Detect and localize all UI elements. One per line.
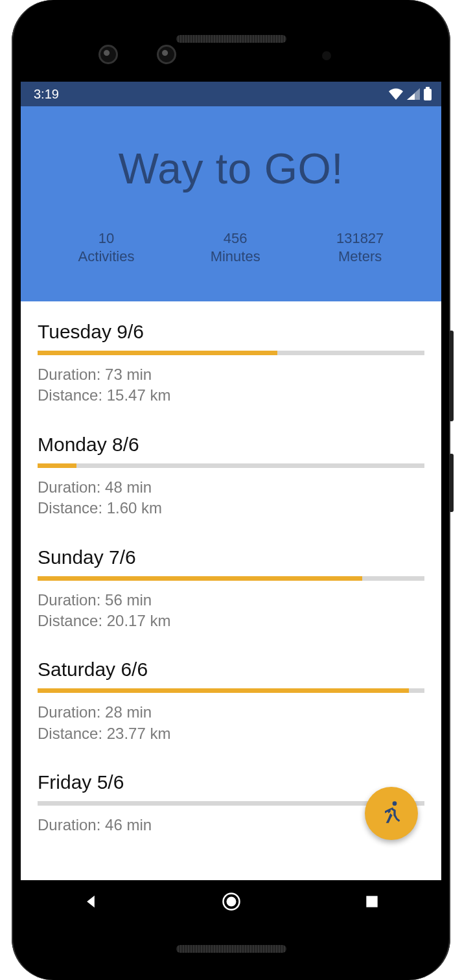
stat-minutes-label: Minutes (211, 248, 260, 266)
volume-button (449, 454, 454, 512)
progress-track (38, 688, 424, 693)
nav-recent-icon[interactable] (364, 893, 380, 913)
header-title: Way to GO! (21, 144, 441, 193)
progress-track (38, 351, 424, 355)
wifi-icon (388, 88, 404, 100)
running-icon (378, 799, 404, 828)
stat-minutes: 456 Minutes (211, 229, 260, 265)
activity-title: Friday 5/6 (38, 771, 424, 793)
activity-item[interactable]: Sunday 7/6 Duration: 56 min Distance: 20… (21, 527, 441, 640)
front-camera-2 (157, 45, 176, 64)
activity-duration: Duration: 56 min (38, 590, 424, 611)
summary-header: Way to GO! 10 Activities 456 Minutes 131… (21, 106, 441, 301)
activity-item[interactable]: Saturday 6/6 Duration: 28 min Distance: … (21, 639, 441, 752)
activity-title: Tuesday 9/6 (38, 321, 424, 343)
bottom-speaker (176, 945, 286, 953)
progress-fill (38, 576, 362, 581)
screen: 3:19 Way to GO! (21, 82, 441, 926)
stat-meters-value: 131827 (336, 229, 384, 248)
stat-activities: 10 Activities (78, 229, 135, 265)
activity-duration: Duration: 48 min (38, 477, 424, 498)
progress-fill (38, 463, 76, 468)
status-bar: 3:19 (21, 82, 441, 106)
stat-meters-label: Meters (336, 248, 384, 266)
svg-rect-1 (426, 87, 430, 89)
front-camera-1 (98, 45, 118, 64)
activity-item[interactable]: Tuesday 9/6 Duration: 73 min Distance: 1… (21, 301, 441, 414)
activity-title: Saturday 6/6 (38, 659, 424, 681)
progress-track (38, 576, 424, 581)
progress-track (38, 463, 424, 468)
activity-distance: Distance: 1.60 km (38, 498, 424, 519)
activity-distance: Distance: 23.77 km (38, 723, 424, 744)
svg-rect-5 (366, 896, 377, 907)
stat-activities-value: 10 (78, 229, 135, 248)
stat-minutes-value: 456 (211, 229, 260, 248)
cell-signal-icon (406, 88, 421, 100)
nav-home-icon[interactable] (222, 892, 241, 914)
stat-activities-label: Activities (78, 248, 135, 266)
android-nav-bar (21, 880, 441, 926)
activity-distance: Distance: 20.17 km (38, 611, 424, 631)
activity-title: Sunday 7/6 (38, 546, 424, 568)
activity-duration: Duration: 28 min (38, 702, 424, 723)
svg-point-2 (393, 801, 397, 806)
sensor-dot (322, 51, 331, 60)
progress-fill (38, 351, 277, 355)
activity-title: Monday 8/6 (38, 434, 424, 456)
battery-icon (423, 87, 432, 101)
activity-duration: Duration: 73 min (38, 364, 424, 385)
progress-fill (38, 688, 409, 693)
nav-back-icon[interactable] (82, 892, 100, 913)
stat-meters: 131827 Meters (336, 229, 384, 265)
status-time: 3:19 (34, 87, 59, 102)
power-button (449, 331, 454, 421)
start-activity-fab[interactable] (365, 787, 418, 840)
phone-frame: 3:19 Way to GO! (12, 0, 450, 980)
svg-rect-0 (424, 89, 432, 100)
earpiece (176, 35, 286, 43)
activity-distance: Distance: 15.47 km (38, 385, 424, 406)
activity-item[interactable]: Monday 8/6 Duration: 48 min Distance: 1.… (21, 414, 441, 527)
svg-point-4 (227, 897, 237, 907)
